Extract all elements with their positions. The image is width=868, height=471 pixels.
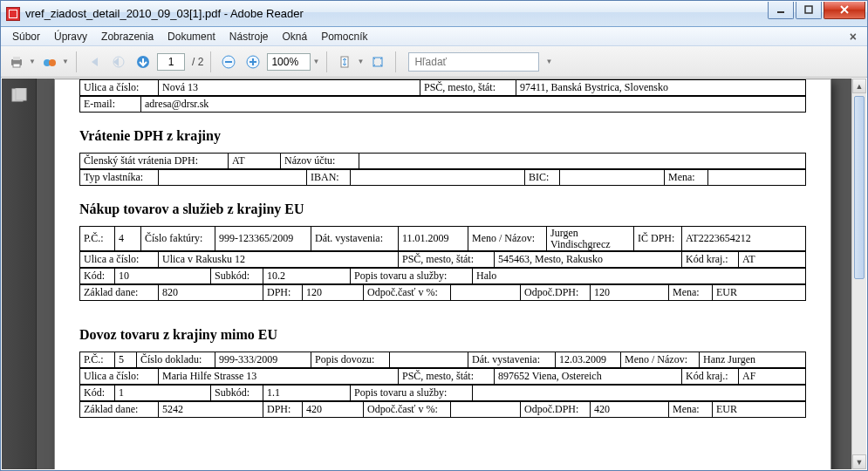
p-country-value: AT	[739, 252, 806, 268]
i-dph-value: 420	[303, 402, 364, 418]
p-sub-label: Subkód:	[211, 269, 263, 284]
toolbar-separator	[76, 51, 77, 72]
pdf-file-icon	[6, 7, 20, 21]
refund-curr-value	[708, 170, 806, 186]
import-row3: Kód: 1 Subkód: 1.1 Popis tovaru a služby…	[79, 385, 806, 401]
street-value: Nová 13	[159, 80, 420, 96]
svg-rect-5	[13, 57, 20, 60]
i-city-value: 897652 Viena, Ostereich	[495, 369, 682, 385]
scroll-mode-button[interactable]	[334, 51, 355, 72]
p-code-value: 10	[115, 269, 211, 284]
print-button[interactable]	[6, 51, 27, 72]
content-area: Ulica a číslo: Nová 13 PSČ, mesto, štát:…	[2, 78, 866, 469]
menu-view[interactable]: Zobrazenia	[95, 29, 160, 44]
search-box[interactable]	[408, 52, 539, 72]
bic-label: BIC:	[525, 170, 560, 186]
pages-panel-button[interactable]	[9, 85, 30, 105]
i-code-value: 1	[115, 386, 211, 401]
i-street-label: Ulica a číslo:	[80, 369, 159, 385]
i-country-label: Kód kraj.:	[682, 369, 739, 385]
import-heading: Dovoz tovaru z krajiny mimo EU	[79, 327, 806, 343]
refund-acct-value	[359, 154, 806, 169]
vertical-scrollbar[interactable]: ▲ ▼	[851, 78, 866, 469]
i-pc-value: 5	[115, 352, 137, 368]
page-number-input[interactable]	[157, 53, 185, 71]
menu-help[interactable]: Pomocník	[315, 29, 373, 44]
page-viewer[interactable]: Ulica a číslo: Nová 13 PSČ, mesto, štát:…	[37, 78, 866, 469]
p-sub-value: 10.2	[263, 269, 351, 284]
i-doc-value: 999-333/2009	[215, 352, 311, 368]
p-street-value: Ulica v Rakusku 12	[159, 252, 399, 268]
zoom-caret-icon[interactable]: ▼	[312, 58, 319, 65]
import-row4: Základ dane: 5242 DPH: 420 Odpoč.časť v …	[79, 401, 806, 418]
i-impdesc-label: Popis dovozu:	[311, 352, 390, 368]
i-desc-label: Popis tovaru a služby:	[351, 386, 473, 401]
menu-edit[interactable]: Úpravy	[48, 29, 93, 44]
menu-file[interactable]: Súbor	[6, 29, 46, 44]
toolbar-separator	[326, 51, 327, 72]
p-dph-value: 120	[303, 285, 364, 301]
i-date-value: 12.03.2009	[556, 352, 621, 368]
bic-value	[560, 170, 665, 186]
first-page-button[interactable]	[84, 51, 105, 72]
street-label: Ulica a číslo:	[80, 80, 159, 96]
scroll-up-button[interactable]: ▲	[852, 78, 866, 93]
i-impdesc-value	[390, 352, 468, 368]
scroll-down-button[interactable]: ▼	[852, 454, 866, 469]
vat-label: IČ DPH:	[634, 227, 682, 251]
svg-rect-19	[16, 88, 26, 100]
close-button[interactable]	[824, 2, 865, 19]
collab-caret-icon[interactable]: ▼	[62, 58, 69, 65]
app-window: vref_ziadost_detail_2010_09_03[1].pdf - …	[0, 0, 868, 471]
vat-value: AT2223654212	[682, 227, 806, 251]
purchase-row3: Kód: 10 Subkód: 10.2 Popis tovaru a služ…	[79, 268, 806, 284]
i-dph-label: DPH:	[263, 402, 303, 418]
page-canvas: Ulica a číslo: Nová 13 PSČ, mesto, štát:…	[54, 78, 831, 469]
print-caret-icon[interactable]: ▼	[29, 58, 36, 65]
svg-rect-6	[13, 64, 20, 67]
nav-pane	[2, 78, 37, 469]
p-code-label: Kód:	[80, 269, 115, 284]
i-curr-value: EUR	[713, 402, 806, 418]
search-input[interactable]	[413, 55, 535, 69]
i-pct-value	[451, 402, 521, 418]
maximize-button[interactable]	[796, 2, 822, 19]
svg-point-8	[49, 59, 56, 66]
search-caret-icon[interactable]: ▼	[543, 58, 555, 65]
prev-page-button[interactable]	[108, 51, 129, 72]
scroll-thumb[interactable]	[854, 96, 865, 279]
i-doc-label: Číslo dokladu:	[137, 352, 215, 368]
next-page-button[interactable]	[133, 51, 154, 72]
menu-windows[interactable]: Okná	[276, 29, 313, 44]
minimize-button[interactable]	[768, 2, 794, 19]
i-curr-label: Mena:	[669, 402, 713, 418]
inv-value: 999-123365/2009	[215, 227, 311, 251]
email-value: adresa@drsr.sk	[141, 97, 806, 113]
menubar-close-icon[interactable]: ×	[844, 28, 862, 45]
i-country-value: AF	[739, 369, 806, 385]
date-label: Dát. vystavenia:	[311, 227, 399, 251]
owner-value	[159, 170, 307, 186]
owner-label: Typ vlastníka:	[80, 170, 159, 186]
zoom-input[interactable]	[267, 53, 311, 71]
p-desc-value: Halo	[473, 269, 806, 284]
collab-button[interactable]	[39, 51, 60, 72]
import-row1: P.Č.: 5 Číslo dokladu: 999-333/2009 Popi…	[79, 352, 806, 368]
address-table: Ulica a číslo: Nová 13 PSČ, mesto, štát:…	[79, 79, 806, 96]
scroll-mode-caret-icon[interactable]: ▼	[357, 58, 364, 65]
i-base-value: 5242	[159, 402, 263, 418]
fit-page-button[interactable]	[367, 51, 388, 72]
zoom-out-button[interactable]	[218, 51, 239, 72]
p-city-label: PSČ, mesto, štát:	[399, 252, 495, 268]
refund-curr-label: Mena:	[665, 170, 708, 186]
i-code-label: Kód:	[80, 386, 115, 401]
toolbar: ▼ ▼ / 2 ▼ ▼	[1, 46, 867, 78]
p-dph-label: DPH:	[263, 285, 303, 301]
menu-tools[interactable]: Nástroje	[223, 29, 275, 44]
zoom-in-button[interactable]	[243, 51, 263, 72]
iban-label: IBAN:	[307, 170, 351, 186]
menu-document[interactable]: Dokument	[161, 29, 222, 44]
date-value: 11.01.2009	[399, 227, 468, 251]
i-base-label: Základ dane:	[80, 402, 159, 418]
i-city-label: PSČ, mesto, štát:	[399, 369, 495, 385]
